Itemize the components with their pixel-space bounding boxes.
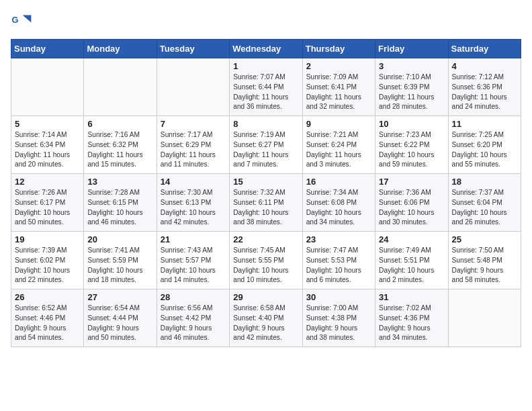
day-number: 9 xyxy=(306,119,371,129)
svg-text:G: G xyxy=(12,15,19,25)
day-info: Sunrise: 7:25 AM Sunset: 6:20 PM Dayligh… xyxy=(452,130,517,170)
calendar-cell: 12Sunrise: 7:26 AM Sunset: 6:17 PM Dayli… xyxy=(11,174,84,232)
day-info: Sunrise: 7:36 AM Sunset: 6:06 PM Dayligh… xyxy=(379,188,444,228)
day-info: Sunrise: 7:43 AM Sunset: 5:57 PM Dayligh… xyxy=(161,246,226,285)
day-info: Sunrise: 7:00 AM Sunset: 4:38 PM Dayligh… xyxy=(306,304,371,343)
calendar-cell: 29Sunrise: 6:58 AM Sunset: 4:40 PM Dayli… xyxy=(230,289,302,347)
day-number: 10 xyxy=(379,119,444,129)
day-info: Sunrise: 7:37 AM Sunset: 6:04 PM Dayligh… xyxy=(452,188,517,228)
day-number: 11 xyxy=(452,119,517,129)
day-info: Sunrise: 7:50 AM Sunset: 5:48 PM Dayligh… xyxy=(452,246,517,285)
day-info: Sunrise: 6:58 AM Sunset: 4:40 PM Dayligh… xyxy=(233,304,298,343)
day-number: 24 xyxy=(379,234,444,244)
day-number: 16 xyxy=(306,177,371,187)
calendar-cell: 16Sunrise: 7:34 AM Sunset: 6:08 PM Dayli… xyxy=(302,174,375,232)
calendar-cell: 4Sunrise: 7:12 AM Sunset: 6:36 PM Daylig… xyxy=(448,58,521,116)
day-info: Sunrise: 7:10 AM Sunset: 6:39 PM Dayligh… xyxy=(379,73,444,112)
calendar-cell: 1Sunrise: 7:07 AM Sunset: 6:44 PM Daylig… xyxy=(230,58,302,116)
logo: G xyxy=(11,11,35,32)
calendar-cell: 17Sunrise: 7:36 AM Sunset: 6:06 PM Dayli… xyxy=(375,174,448,232)
day-number: 12 xyxy=(15,177,80,187)
day-info: Sunrise: 7:39 AM Sunset: 6:02 PM Dayligh… xyxy=(15,246,80,285)
logo-icon: G xyxy=(11,11,32,32)
calendar-cell: 18Sunrise: 7:37 AM Sunset: 6:04 PM Dayli… xyxy=(448,174,521,232)
day-number: 20 xyxy=(87,234,152,244)
calendar-cell: 25Sunrise: 7:50 AM Sunset: 5:48 PM Dayli… xyxy=(448,232,521,289)
day-info: Sunrise: 7:28 AM Sunset: 6:15 PM Dayligh… xyxy=(87,188,152,228)
calendar-cell: 20Sunrise: 7:41 AM Sunset: 5:59 PM Dayli… xyxy=(84,232,157,289)
calendar-cell: 31Sunrise: 7:02 AM Sunset: 4:36 PM Dayli… xyxy=(375,289,448,347)
day-info: Sunrise: 7:45 AM Sunset: 5:55 PM Dayligh… xyxy=(233,246,298,285)
calendar-cell: 15Sunrise: 7:32 AM Sunset: 6:11 PM Dayli… xyxy=(230,174,302,232)
day-number: 14 xyxy=(161,177,226,187)
day-info: Sunrise: 7:14 AM Sunset: 6:34 PM Dayligh… xyxy=(15,130,80,170)
day-number: 26 xyxy=(15,292,80,302)
calendar-cell xyxy=(84,58,157,116)
day-info: Sunrise: 7:09 AM Sunset: 6:41 PM Dayligh… xyxy=(306,73,371,112)
day-number: 19 xyxy=(15,234,80,244)
day-info: Sunrise: 7:07 AM Sunset: 6:44 PM Dayligh… xyxy=(233,73,298,112)
day-number: 21 xyxy=(161,234,226,244)
col-header-friday: Friday xyxy=(375,40,448,58)
col-header-tuesday: Tuesday xyxy=(157,40,229,58)
day-number: 25 xyxy=(452,234,517,244)
calendar-cell: 23Sunrise: 7:47 AM Sunset: 5:53 PM Dayli… xyxy=(302,232,375,289)
day-number: 4 xyxy=(452,61,517,71)
day-info: Sunrise: 7:16 AM Sunset: 6:32 PM Dayligh… xyxy=(87,130,152,170)
calendar-cell: 9Sunrise: 7:21 AM Sunset: 6:24 PM Daylig… xyxy=(302,116,375,174)
calendar-table: SundayMondayTuesdayWednesdayThursdayFrid… xyxy=(11,39,521,347)
calendar-cell: 21Sunrise: 7:43 AM Sunset: 5:57 PM Dayli… xyxy=(157,232,229,289)
calendar-cell: 6Sunrise: 7:16 AM Sunset: 6:32 PM Daylig… xyxy=(84,116,157,174)
day-info: Sunrise: 7:32 AM Sunset: 6:11 PM Dayligh… xyxy=(233,188,298,228)
day-info: Sunrise: 7:47 AM Sunset: 5:53 PM Dayligh… xyxy=(306,246,371,285)
day-info: Sunrise: 6:54 AM Sunset: 4:44 PM Dayligh… xyxy=(87,304,152,343)
day-info: Sunrise: 7:34 AM Sunset: 6:08 PM Dayligh… xyxy=(306,188,371,228)
day-info: Sunrise: 7:30 AM Sunset: 6:13 PM Dayligh… xyxy=(161,188,226,228)
day-number: 7 xyxy=(161,119,226,129)
calendar-cell xyxy=(157,58,229,116)
col-header-sunday: Sunday xyxy=(11,40,84,58)
calendar-cell: 30Sunrise: 7:00 AM Sunset: 4:38 PM Dayli… xyxy=(302,289,375,347)
day-info: Sunrise: 6:52 AM Sunset: 4:46 PM Dayligh… xyxy=(15,304,80,343)
day-number: 22 xyxy=(233,234,298,244)
calendar-cell: 3Sunrise: 7:10 AM Sunset: 6:39 PM Daylig… xyxy=(375,58,448,116)
calendar-cell: 10Sunrise: 7:23 AM Sunset: 6:22 PM Dayli… xyxy=(375,116,448,174)
calendar-cell: 26Sunrise: 6:52 AM Sunset: 4:46 PM Dayli… xyxy=(11,289,84,347)
day-number: 5 xyxy=(15,119,80,129)
col-header-monday: Monday xyxy=(84,40,157,58)
calendar-cell: 24Sunrise: 7:49 AM Sunset: 5:51 PM Dayli… xyxy=(375,232,448,289)
day-number: 8 xyxy=(233,119,298,129)
svg-marker-1 xyxy=(23,15,32,22)
page-header: G xyxy=(11,11,521,32)
day-number: 23 xyxy=(306,234,371,244)
day-number: 18 xyxy=(452,177,517,187)
calendar-cell: 5Sunrise: 7:14 AM Sunset: 6:34 PM Daylig… xyxy=(11,116,84,174)
col-header-wednesday: Wednesday xyxy=(230,40,302,58)
day-info: Sunrise: 7:41 AM Sunset: 5:59 PM Dayligh… xyxy=(87,246,152,285)
day-info: Sunrise: 7:26 AM Sunset: 6:17 PM Dayligh… xyxy=(15,188,80,228)
calendar-cell: 14Sunrise: 7:30 AM Sunset: 6:13 PM Dayli… xyxy=(157,174,229,232)
day-info: Sunrise: 7:21 AM Sunset: 6:24 PM Dayligh… xyxy=(306,130,371,170)
day-info: Sunrise: 7:19 AM Sunset: 6:27 PM Dayligh… xyxy=(233,130,298,170)
day-number: 17 xyxy=(379,177,444,187)
calendar-cell: 7Sunrise: 7:17 AM Sunset: 6:29 PM Daylig… xyxy=(157,116,229,174)
day-number: 13 xyxy=(87,177,152,187)
day-info: Sunrise: 7:49 AM Sunset: 5:51 PM Dayligh… xyxy=(379,246,444,285)
calendar-cell: 2Sunrise: 7:09 AM Sunset: 6:41 PM Daylig… xyxy=(302,58,375,116)
calendar-cell: 27Sunrise: 6:54 AM Sunset: 4:44 PM Dayli… xyxy=(84,289,157,347)
day-number: 28 xyxy=(161,292,226,302)
day-number: 1 xyxy=(233,61,298,71)
calendar-cell: 28Sunrise: 6:56 AM Sunset: 4:42 PM Dayli… xyxy=(157,289,229,347)
calendar-cell: 19Sunrise: 7:39 AM Sunset: 6:02 PM Dayli… xyxy=(11,232,84,289)
calendar-cell: 11Sunrise: 7:25 AM Sunset: 6:20 PM Dayli… xyxy=(448,116,521,174)
day-number: 27 xyxy=(87,292,152,302)
day-number: 15 xyxy=(233,177,298,187)
col-header-thursday: Thursday xyxy=(302,40,375,58)
calendar-cell xyxy=(11,58,84,116)
day-info: Sunrise: 7:17 AM Sunset: 6:29 PM Dayligh… xyxy=(161,130,226,170)
day-info: Sunrise: 6:56 AM Sunset: 4:42 PM Dayligh… xyxy=(161,304,226,343)
day-info: Sunrise: 7:23 AM Sunset: 6:22 PM Dayligh… xyxy=(379,130,444,170)
day-info: Sunrise: 7:02 AM Sunset: 4:36 PM Dayligh… xyxy=(379,304,444,343)
day-number: 31 xyxy=(379,292,444,302)
col-header-saturday: Saturday xyxy=(448,40,521,58)
